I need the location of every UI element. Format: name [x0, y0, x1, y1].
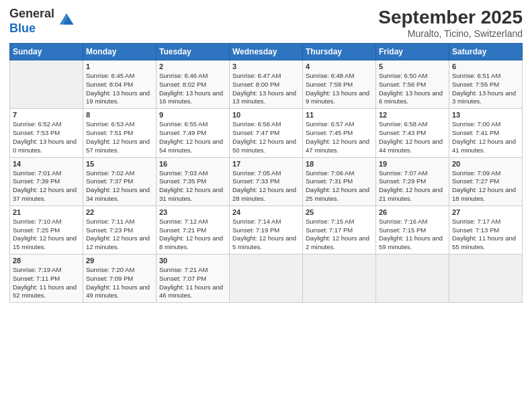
calendar-header-row: Sunday Monday Tuesday Wednesday Thursday… [10, 44, 523, 60]
logo-text: General Blue [9, 7, 54, 36]
cell-info: Sunrise: 7:20 AMSunset: 7:09 PMDaylight:… [86, 266, 153, 300]
cell-info: Sunrise: 7:06 AMSunset: 7:31 PMDaylight:… [306, 169, 373, 203]
day-number: 3 [232, 62, 300, 71]
day-number: 8 [86, 111, 153, 119]
table-row [449, 255, 523, 303]
day-number: 2 [159, 62, 226, 71]
day-number: 10 [232, 111, 300, 119]
day-number: 30 [159, 257, 226, 265]
day-number: 7 [13, 111, 80, 119]
day-number: 26 [379, 208, 446, 216]
cell-info: Sunrise: 6:45 AMSunset: 8:04 PMDaylight:… [86, 72, 153, 106]
logo: General Blue [9, 7, 76, 36]
cell-info: Sunrise: 6:57 AMSunset: 7:45 PMDaylight:… [306, 120, 373, 154]
table-row: 6Sunrise: 6:51 AMSunset: 7:55 PMDaylight… [449, 60, 523, 109]
table-row: 5Sunrise: 6:50 AMSunset: 7:56 PMDaylight… [376, 60, 449, 109]
day-number: 22 [86, 208, 153, 216]
cell-info: Sunrise: 6:47 AMSunset: 8:00 PMDaylight:… [232, 72, 300, 106]
day-number: 27 [452, 208, 519, 216]
table-row [303, 255, 376, 303]
table-row: 4Sunrise: 6:48 AMSunset: 7:58 PMDaylight… [303, 60, 376, 109]
day-number: 19 [379, 160, 446, 168]
day-number: 29 [86, 257, 153, 265]
table-row: 11Sunrise: 6:57 AMSunset: 7:45 PMDayligh… [303, 109, 376, 157]
table-row: 1Sunrise: 6:45 AMSunset: 8:04 PMDaylight… [83, 60, 157, 109]
col-friday: Friday [376, 44, 449, 60]
cell-info: Sunrise: 6:52 AMSunset: 7:53 PMDaylight:… [13, 120, 80, 154]
table-row: 20Sunrise: 7:09 AMSunset: 7:27 PMDayligh… [449, 157, 523, 205]
table-row: 19Sunrise: 7:07 AMSunset: 7:29 PMDayligh… [376, 157, 449, 205]
cell-info: Sunrise: 6:50 AMSunset: 7:56 PMDaylight:… [379, 72, 446, 106]
day-number: 23 [159, 208, 226, 216]
table-row: 18Sunrise: 7:06 AMSunset: 7:31 PMDayligh… [303, 157, 376, 205]
table-row: 23Sunrise: 7:12 AMSunset: 7:21 PMDayligh… [157, 205, 230, 254]
table-row: 16Sunrise: 7:03 AMSunset: 7:35 PMDayligh… [157, 157, 230, 205]
cell-info: Sunrise: 7:16 AMSunset: 7:15 PMDaylight:… [379, 218, 446, 252]
day-number: 15 [86, 160, 153, 168]
title-block: September 2025 Muralto, Ticino, Switzerl… [378, 7, 523, 39]
cell-info: Sunrise: 6:48 AMSunset: 7:58 PMDaylight:… [306, 72, 373, 106]
table-row: 24Sunrise: 7:14 AMSunset: 7:19 PMDayligh… [230, 205, 303, 254]
table-row [230, 255, 303, 303]
cell-info: Sunrise: 6:51 AMSunset: 7:55 PMDaylight:… [452, 72, 519, 106]
cell-info: Sunrise: 7:00 AMSunset: 7:41 PMDaylight:… [452, 120, 519, 154]
col-saturday: Saturday [449, 44, 523, 60]
table-row: 27Sunrise: 7:17 AMSunset: 7:13 PMDayligh… [449, 205, 523, 254]
day-number: 4 [306, 62, 373, 71]
day-number: 14 [13, 160, 80, 168]
col-wednesday: Wednesday [230, 44, 303, 60]
cell-info: Sunrise: 6:46 AMSunset: 8:02 PMDaylight:… [159, 72, 226, 106]
table-row: 10Sunrise: 6:56 AMSunset: 7:47 PMDayligh… [230, 109, 303, 157]
cell-info: Sunrise: 7:07 AMSunset: 7:29 PMDaylight:… [379, 169, 446, 203]
cell-info: Sunrise: 7:17 AMSunset: 7:13 PMDaylight:… [452, 218, 519, 252]
col-monday: Monday [83, 44, 157, 60]
table-row: 17Sunrise: 7:05 AMSunset: 7:33 PMDayligh… [230, 157, 303, 205]
table-row: 29Sunrise: 7:20 AMSunset: 7:09 PMDayligh… [83, 255, 157, 303]
table-row: 13Sunrise: 7:00 AMSunset: 7:41 PMDayligh… [449, 109, 523, 157]
day-number: 16 [159, 160, 226, 168]
cell-info: Sunrise: 7:03 AMSunset: 7:35 PMDaylight:… [159, 169, 226, 203]
table-row: 30Sunrise: 7:21 AMSunset: 7:07 PMDayligh… [157, 255, 230, 303]
table-row: 7Sunrise: 6:52 AMSunset: 7:53 PMDaylight… [10, 109, 83, 157]
cell-info: Sunrise: 7:05 AMSunset: 7:33 PMDaylight:… [232, 169, 300, 203]
table-row: 14Sunrise: 7:01 AMSunset: 7:39 PMDayligh… [10, 157, 83, 205]
table-row: 15Sunrise: 7:02 AMSunset: 7:37 PMDayligh… [83, 157, 157, 205]
table-row: 22Sunrise: 7:11 AMSunset: 7:23 PMDayligh… [83, 205, 157, 254]
day-number: 24 [232, 208, 300, 216]
day-number: 25 [306, 208, 373, 216]
logo-icon [57, 11, 76, 30]
calendar-week-3: 14Sunrise: 7:01 AMSunset: 7:39 PMDayligh… [10, 157, 523, 205]
month-year-title: September 2025 [378, 7, 523, 28]
table-row: 9Sunrise: 6:55 AMSunset: 7:49 PMDaylight… [157, 109, 230, 157]
cell-info: Sunrise: 6:55 AMSunset: 7:49 PMDaylight:… [159, 120, 226, 154]
col-tuesday: Tuesday [157, 44, 230, 60]
day-number: 1 [86, 62, 153, 71]
day-number: 6 [452, 62, 519, 71]
table-row: 12Sunrise: 6:58 AMSunset: 7:43 PMDayligh… [376, 109, 449, 157]
day-number: 11 [306, 111, 373, 119]
day-number: 28 [13, 257, 80, 265]
cell-info: Sunrise: 6:53 AMSunset: 7:51 PMDaylight:… [86, 120, 153, 154]
cell-info: Sunrise: 7:19 AMSunset: 7:11 PMDaylight:… [13, 266, 80, 300]
table-row: 28Sunrise: 7:19 AMSunset: 7:11 PMDayligh… [10, 255, 83, 303]
cell-info: Sunrise: 7:01 AMSunset: 7:39 PMDaylight:… [13, 169, 80, 203]
day-number: 21 [13, 208, 80, 216]
table-row: 2Sunrise: 6:46 AMSunset: 8:02 PMDaylight… [157, 60, 230, 109]
cell-info: Sunrise: 7:14 AMSunset: 7:19 PMDaylight:… [232, 218, 300, 252]
day-number: 13 [452, 111, 519, 119]
page: General Blue September 2025 Muralto, Tic… [0, 0, 532, 411]
cell-info: Sunrise: 7:15 AMSunset: 7:17 PMDaylight:… [306, 218, 373, 252]
table-row: 25Sunrise: 7:15 AMSunset: 7:17 PMDayligh… [303, 205, 376, 254]
table-row: 3Sunrise: 6:47 AMSunset: 8:00 PMDaylight… [230, 60, 303, 109]
col-sunday: Sunday [10, 44, 83, 60]
calendar-table: Sunday Monday Tuesday Wednesday Thursday… [9, 43, 523, 303]
table-row [10, 60, 83, 109]
col-thursday: Thursday [303, 44, 376, 60]
calendar-week-4: 21Sunrise: 7:10 AMSunset: 7:25 PMDayligh… [10, 205, 523, 254]
logo-general: General [9, 7, 54, 21]
cell-info: Sunrise: 7:11 AMSunset: 7:23 PMDaylight:… [86, 218, 153, 252]
table-row: 26Sunrise: 7:16 AMSunset: 7:15 PMDayligh… [376, 205, 449, 254]
day-number: 9 [159, 111, 226, 119]
cell-info: Sunrise: 7:12 AMSunset: 7:21 PMDaylight:… [159, 218, 226, 252]
cell-info: Sunrise: 6:56 AMSunset: 7:47 PMDaylight:… [232, 120, 300, 154]
